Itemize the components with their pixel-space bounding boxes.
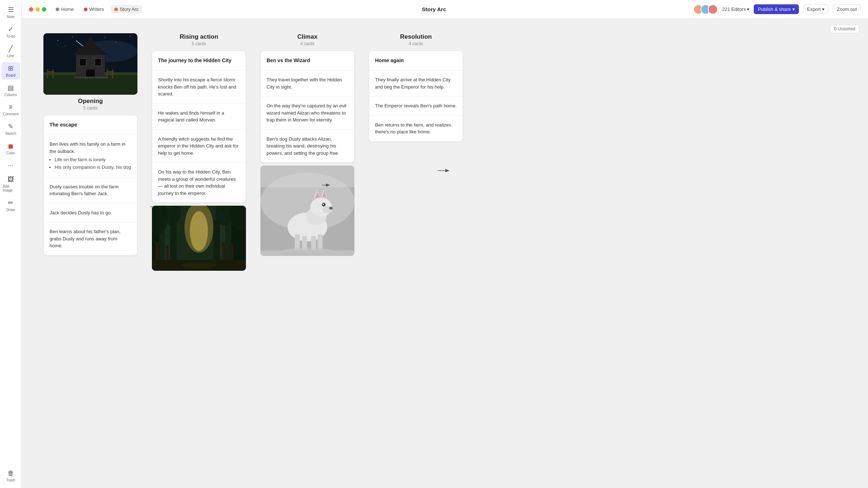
card-storm[interactable]: Shortly into his escape a fierce storm k… xyxy=(152,70,246,104)
card-witch[interactable]: A friendly witch suggests he find the em… xyxy=(152,130,246,163)
card-creatures[interactable]: On his way to the Hidden City, Ben meets… xyxy=(152,163,246,202)
card-dusty-attacks[interactable]: Ben's dog Dusty attacks Alizan, breaking… xyxy=(261,130,354,163)
svg-rect-29 xyxy=(112,69,113,78)
svg-point-6 xyxy=(72,37,73,37)
climax-column: Climax 4 cards Ben vs the Wizard They tr… xyxy=(260,33,354,256)
climax-bottom-image xyxy=(260,166,354,256)
close-button[interactable] xyxy=(29,7,33,12)
tab-story-arc[interactable]: Story Arc xyxy=(111,5,142,13)
chevron-down-icon: ▾ xyxy=(747,7,749,12)
writers-dot xyxy=(84,8,88,11)
unsorted-badge: 0 Unsorted xyxy=(830,25,859,33)
svg-point-68 xyxy=(323,204,324,205)
card-journey[interactable]: The journey to the Hidden City xyxy=(152,51,246,70)
svg-rect-22 xyxy=(89,40,92,55)
sketch-icon: ✎ xyxy=(8,123,13,130)
tab-home[interactable]: Home xyxy=(52,5,77,13)
svg-rect-55 xyxy=(295,234,300,251)
canvas[interactable]: 0 Unsorted xyxy=(22,19,868,488)
card-emperor-reveals[interactable]: The Emperor reveals Ben's path home. xyxy=(369,97,463,116)
window-controls xyxy=(29,7,46,12)
svg-rect-24 xyxy=(80,59,86,66)
export-button[interactable]: Export ▾ xyxy=(803,4,829,14)
svg-rect-27 xyxy=(74,77,107,78)
opening-count: 5 cards xyxy=(43,106,137,111)
svg-point-5 xyxy=(58,40,58,41)
svg-point-51 xyxy=(181,262,217,268)
svg-point-9 xyxy=(130,36,131,37)
card-arrive-hidden[interactable]: They finally arrive at the Hidden City a… xyxy=(369,70,463,97)
sidebar-item-board[interactable]: ⊞ Board xyxy=(1,62,20,80)
story-columns: Opening 5 cards The escape Ben lives wit… xyxy=(43,33,846,271)
resolution-header: Resolution 4 cards xyxy=(369,33,463,46)
svg-point-10 xyxy=(65,46,65,46)
draw-icon: ✏ xyxy=(8,199,13,207)
card-ben-returns[interactable]: Ben returns to the farm, and realizes th… xyxy=(369,116,463,141)
opening-top-image xyxy=(43,33,137,95)
card-wakes[interactable]: He wakes and finds himself in a magical … xyxy=(152,104,246,130)
add-image-icon: 🖼 xyxy=(8,176,14,183)
sidebar-item-todo[interactable]: ✓ To-do xyxy=(1,23,20,40)
opening-title: Opening xyxy=(43,98,137,105)
maximize-button[interactable] xyxy=(42,7,46,12)
tab-writers[interactable]: Writers xyxy=(80,5,108,13)
svg-point-66 xyxy=(329,207,333,210)
sidebar-item-line[interactable]: ╱ Line xyxy=(1,43,20,60)
sidebar-item-add-image[interactable]: 🖼 Add Image xyxy=(1,174,20,194)
card-the-escape[interactable]: The escape xyxy=(44,115,137,135)
card-jack-decides[interactable]: Jack decides Dusty has to go. xyxy=(44,204,137,223)
card-dusty-trouble[interactable]: Dusty causes trouble on the farm infuria… xyxy=(44,177,137,204)
editors-button[interactable]: 221 Editors ▾ xyxy=(722,7,750,12)
page-title: Story Arc xyxy=(422,6,446,12)
svg-rect-25 xyxy=(95,59,101,66)
card-captured[interactable]: On the way they're captured by an evil w… xyxy=(261,97,354,130)
columns-wrapper: Opening 5 cards The escape Ben lives wit… xyxy=(43,33,846,271)
resolution-count: 4 cards xyxy=(369,41,463,46)
rising-action-bottom-image xyxy=(152,206,246,271)
minimize-button[interactable] xyxy=(35,7,40,12)
climax-header: Climax 4 cards xyxy=(260,33,354,46)
svg-rect-77 xyxy=(260,166,354,187)
card-ben-vs-wizard[interactable]: Ben vs the Wizard xyxy=(261,51,354,70)
titlebar-right: 221 Editors ▾ Publish & share ▾ Export ▾… xyxy=(693,4,861,14)
note-icon: ☰ xyxy=(8,6,14,14)
main-area: Home Writers Story Arc Story Arc 221 Edi… xyxy=(22,0,868,488)
svg-rect-17 xyxy=(47,69,48,78)
rising-action-title: Rising action xyxy=(152,33,246,40)
card-farm-life[interactable]: Ben lives with his family on a farm in t… xyxy=(44,135,137,177)
svg-point-33 xyxy=(190,211,208,251)
sidebar-item-more[interactable]: ··· xyxy=(1,159,20,171)
publish-share-button[interactable]: Publish & share ▾ xyxy=(754,4,799,14)
titlebar: Home Writers Story Arc Story Arc 221 Edi… xyxy=(22,0,868,19)
card-home-again[interactable]: Home again xyxy=(369,51,463,70)
zoom-out-button[interactable]: Zoom out xyxy=(833,4,861,14)
resolution-cards: Home again They finally arrive at the Hi… xyxy=(369,51,463,142)
climax-cards: Ben vs the Wizard They travel together w… xyxy=(260,51,354,163)
sidebar-item-draw[interactable]: ✏ Draw xyxy=(1,197,20,214)
opening-header: Opening 5 cards xyxy=(43,98,137,111)
sidebar-item-note[interactable]: ☰ Note xyxy=(1,4,20,21)
opening-cards: The escape Ben lives with his family on … xyxy=(43,115,137,256)
sidebar-label-note: Note xyxy=(7,15,14,19)
rising-action-column: Rising action 5 cards The journey to the… xyxy=(152,33,246,271)
rising-action-header: Rising action 5 cards xyxy=(152,33,246,46)
card-ben-learns[interactable]: Ben learns about his father's plan, grab… xyxy=(44,222,137,255)
sidebar-item-sketch[interactable]: ✎ Sketch xyxy=(1,120,20,138)
home-dot xyxy=(56,8,59,11)
avatar xyxy=(708,4,718,14)
climax-count: 4 cards xyxy=(260,41,354,46)
board-icon: ⊞ xyxy=(8,64,13,72)
climax-title: Climax xyxy=(260,33,354,40)
sidebar-item-color[interactable]: ◼ Color xyxy=(1,140,20,157)
sidebar-item-trash[interactable]: 🗑 Trash xyxy=(1,467,20,484)
card-travel-together[interactable]: They travel together with the Hidden Cit… xyxy=(261,70,354,97)
resolution-title: Resolution xyxy=(369,33,463,40)
chevron-down-icon: ▾ xyxy=(792,7,795,12)
rising-action-count: 5 cards xyxy=(152,41,246,46)
trash-icon: 🗑 xyxy=(8,470,14,477)
sidebar: ☰ Note ✓ To-do ╱ Line ⊞ Board ▤ Column ≡… xyxy=(0,0,22,488)
sidebar-item-column[interactable]: ▤ Column xyxy=(1,82,20,99)
sidebar-item-comment[interactable]: ≡ Comment xyxy=(1,101,20,118)
more-icon: ··· xyxy=(8,162,13,169)
resolution-column: Resolution 4 cards Home again They final… xyxy=(369,33,463,142)
